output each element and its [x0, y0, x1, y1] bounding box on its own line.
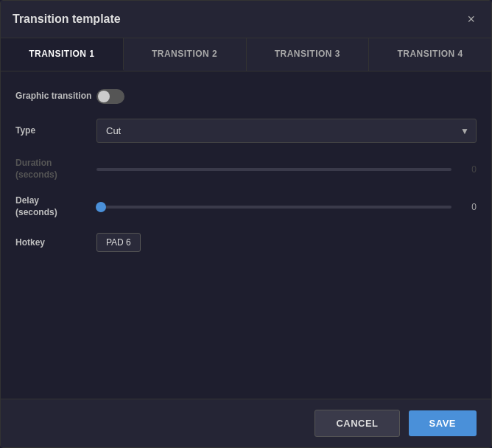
delay-value: 0	[459, 202, 477, 212]
type-select[interactable]: Cut Dissolve Wipe Fade	[96, 119, 477, 143]
hotkey-label: Hotkey	[15, 237, 96, 249]
type-row: Type Cut Dissolve Wipe Fade ▼	[15, 119, 477, 143]
delay-label: Delay(seconds)	[15, 195, 96, 218]
tab-transition-3[interactable]: TRANSITION 3	[247, 38, 370, 71]
graphic-transition-label: Graphic transition	[15, 91, 96, 102]
graphic-transition-row: Graphic transition	[15, 89, 477, 104]
duration-value: 0	[459, 164, 477, 175]
dialog-header: Transition template ×	[1, 1, 491, 38]
tabs-container: TRANSITION 1 TRANSITION 2 TRANSITION 3 T…	[1, 38, 491, 71]
graphic-transition-toggle[interactable]	[96, 89, 124, 104]
transition-template-dialog: Transition template × TRANSITION 1 TRANS…	[0, 0, 492, 448]
dialog-title: Transition template	[13, 13, 121, 26]
delay-row: Delay(seconds) 0	[15, 195, 477, 218]
delay-slider-thumb[interactable]	[96, 202, 106, 212]
close-button[interactable]: ×	[463, 11, 479, 27]
hotkey-row: Hotkey PAD 6	[15, 233, 477, 252]
dialog-body: Graphic transition Type Cut Dissolve Wip…	[1, 71, 491, 399]
type-label: Type	[15, 125, 96, 137]
duration-slider-track[interactable]	[96, 168, 451, 171]
dialog-footer: CANCEL SAVE	[1, 399, 491, 447]
save-button[interactable]: SAVE	[409, 410, 477, 436]
tab-transition-1[interactable]: TRANSITION 1	[1, 38, 124, 71]
tab-transition-2[interactable]: TRANSITION 2	[124, 38, 247, 71]
cancel-button[interactable]: CANCEL	[314, 410, 399, 437]
tab-transition-4[interactable]: TRANSITION 4	[369, 38, 491, 71]
hotkey-badge: PAD 6	[96, 233, 141, 252]
graphic-transition-toggle-container	[96, 89, 124, 104]
toggle-knob	[98, 91, 110, 102]
delay-slider-track[interactable]	[96, 206, 451, 209]
duration-row: Duration(seconds) 0	[15, 158, 477, 181]
type-select-wrapper: Cut Dissolve Wipe Fade ▼	[96, 119, 477, 143]
duration-label: Duration(seconds)	[15, 158, 96, 181]
